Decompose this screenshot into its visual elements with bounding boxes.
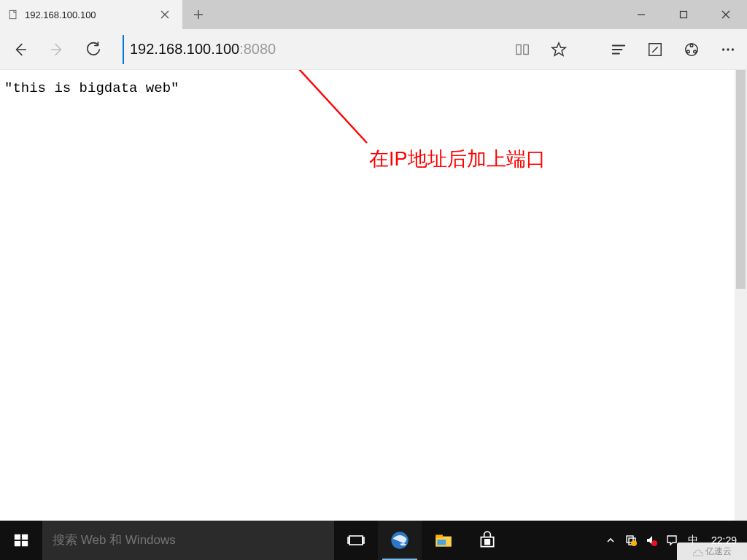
- svg-line-16: [292, 70, 367, 143]
- page-body-text: "this is bigdata web": [4, 80, 179, 96]
- svg-rect-31: [488, 542, 490, 545]
- browser-toolbar: 192.168.100.100:8080: [0, 29, 747, 70]
- forward-button[interactable]: [44, 36, 70, 63]
- taskbar-search-input[interactable]: [42, 521, 334, 560]
- svg-point-14: [732, 48, 734, 50]
- svg-point-12: [722, 48, 724, 50]
- favorites-button[interactable]: [547, 38, 570, 61]
- minimize-button[interactable]: [620, 0, 662, 29]
- svg-rect-17: [15, 534, 20, 540]
- vertical-scrollbar[interactable]: [735, 70, 747, 521]
- taskbar-edge[interactable]: [378, 521, 422, 560]
- titlebar: 192.168.100.100: [0, 0, 747, 29]
- tray-volume-icon[interactable]: [644, 533, 659, 548]
- start-button[interactable]: [0, 521, 42, 560]
- svg-point-8: [686, 43, 698, 55]
- hub-button[interactable]: [607, 38, 630, 61]
- new-tab-button[interactable]: [182, 0, 214, 29]
- svg-rect-21: [349, 536, 363, 545]
- watermark-badge: 亿速云: [677, 542, 747, 560]
- svg-point-10: [687, 50, 690, 52]
- taskbar-file-explorer[interactable]: [422, 521, 465, 560]
- svg-point-13: [727, 48, 729, 50]
- svg-point-9: [690, 44, 693, 47]
- address-bar[interactable]: 192.168.100.100:8080: [123, 35, 495, 64]
- window-controls: [620, 0, 747, 29]
- svg-marker-3: [552, 42, 565, 55]
- svg-rect-23: [363, 537, 364, 543]
- task-view-button[interactable]: [334, 521, 378, 560]
- svg-rect-29: [488, 540, 490, 542]
- window-close-button[interactable]: [705, 0, 747, 29]
- share-button[interactable]: [680, 38, 703, 61]
- taskbar-apps: [334, 521, 509, 560]
- annotation-text: 在IP地址后加上端口: [369, 146, 546, 172]
- more-button[interactable]: [716, 38, 740, 61]
- svg-rect-20: [22, 541, 28, 546]
- svg-rect-2: [681, 12, 687, 18]
- warning-badge-icon: [631, 540, 637, 546]
- svg-rect-30: [485, 542, 487, 545]
- taskbar-store[interactable]: [465, 521, 509, 560]
- mute-badge-icon: [651, 540, 657, 546]
- svg-rect-22: [348, 537, 349, 543]
- tray-network-icon[interactable]: [624, 533, 638, 548]
- svg-rect-0: [9, 10, 16, 18]
- refresh-button[interactable]: [80, 36, 107, 63]
- svg-rect-28: [485, 540, 487, 542]
- maximize-button[interactable]: [662, 0, 705, 29]
- svg-rect-19: [15, 541, 20, 546]
- toolbar-actions: [511, 38, 740, 61]
- webnote-button[interactable]: [643, 38, 667, 61]
- close-tab-button[interactable]: [155, 0, 175, 29]
- reading-view-button[interactable]: [511, 38, 534, 61]
- svg-rect-18: [22, 534, 28, 540]
- scrollbar-thumb[interactable]: [736, 70, 746, 289]
- page-viewport: "this is bigdata web" 在IP地址后加上端口: [0, 70, 747, 521]
- address-host: 192.168.100.100: [130, 41, 239, 58]
- tab-title: 192.168.100.100: [25, 9, 155, 20]
- tray-overflow-icon[interactable]: [603, 533, 618, 548]
- watermark-text: 亿速云: [705, 545, 732, 558]
- svg-rect-27: [437, 540, 446, 545]
- blank-page-icon: [7, 9, 19, 20]
- back-button[interactable]: [7, 36, 34, 63]
- svg-rect-26: [436, 534, 443, 537]
- browser-tab[interactable]: 192.168.100.100: [0, 0, 182, 29]
- windows-taskbar: 中 22:29 亿速云: [0, 521, 747, 560]
- address-port: :8080: [239, 41, 276, 58]
- annotation-arrow: [0, 70, 747, 521]
- svg-point-11: [694, 50, 697, 52]
- taskbar-search[interactable]: [42, 521, 334, 560]
